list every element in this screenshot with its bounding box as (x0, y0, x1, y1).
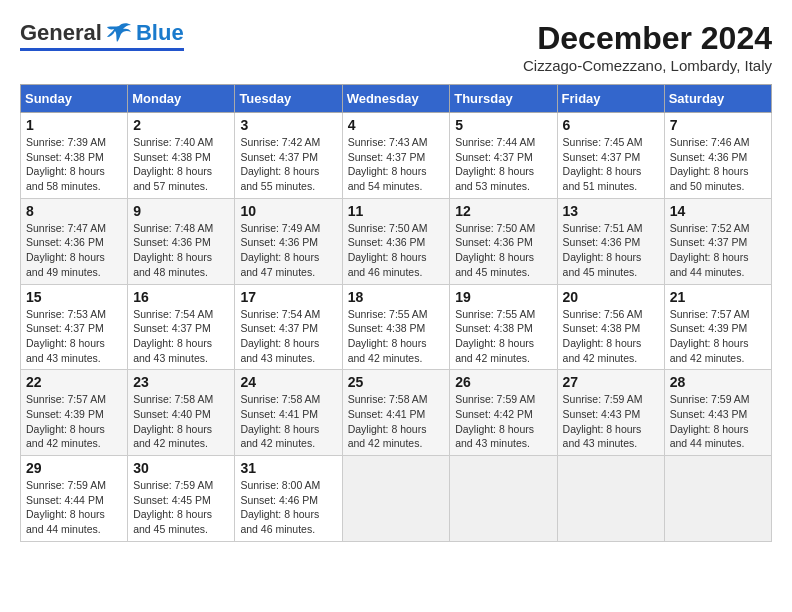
calendar-week-row: 22 Sunrise: 7:57 AMSunset: 4:39 PMDaylig… (21, 370, 772, 456)
calendar-cell: 11 Sunrise: 7:50 AMSunset: 4:36 PMDaylig… (342, 198, 450, 284)
day-detail: Sunrise: 7:57 AMSunset: 4:39 PMDaylight:… (670, 307, 766, 366)
day-number: 11 (348, 203, 445, 219)
day-detail: Sunrise: 7:55 AMSunset: 4:38 PMDaylight:… (455, 307, 551, 366)
calendar-cell: 4 Sunrise: 7:43 AMSunset: 4:37 PMDayligh… (342, 113, 450, 199)
day-detail: Sunrise: 7:58 AMSunset: 4:41 PMDaylight:… (348, 392, 445, 451)
calendar-cell: 25 Sunrise: 7:58 AMSunset: 4:41 PMDaylig… (342, 370, 450, 456)
calendar-cell: 12 Sunrise: 7:50 AMSunset: 4:36 PMDaylig… (450, 198, 557, 284)
header-sunday: Sunday (21, 85, 128, 113)
logo-blue: Blue (136, 20, 184, 46)
day-detail: Sunrise: 7:55 AMSunset: 4:38 PMDaylight:… (348, 307, 445, 366)
day-number: 8 (26, 203, 122, 219)
calendar-cell: 28 Sunrise: 7:59 AMSunset: 4:43 PMDaylig… (664, 370, 771, 456)
calendar-cell: 8 Sunrise: 7:47 AMSunset: 4:36 PMDayligh… (21, 198, 128, 284)
day-number: 25 (348, 374, 445, 390)
header-thursday: Thursday (450, 85, 557, 113)
calendar-header-row: Sunday Monday Tuesday Wednesday Thursday… (21, 85, 772, 113)
day-number: 28 (670, 374, 766, 390)
day-detail: Sunrise: 7:50 AMSunset: 4:36 PMDaylight:… (455, 221, 551, 280)
calendar-cell: 2 Sunrise: 7:40 AMSunset: 4:38 PMDayligh… (128, 113, 235, 199)
logo: General Blue (20, 20, 184, 51)
day-number: 24 (240, 374, 336, 390)
header-wednesday: Wednesday (342, 85, 450, 113)
calendar-cell (342, 456, 450, 542)
day-number: 30 (133, 460, 229, 476)
month-title: December 2024 (523, 20, 772, 57)
page-header: General Blue December 2024 Cizzago-Comez… (20, 20, 772, 74)
calendar-cell: 10 Sunrise: 7:49 AMSunset: 4:36 PMDaylig… (235, 198, 342, 284)
calendar-cell: 20 Sunrise: 7:56 AMSunset: 4:38 PMDaylig… (557, 284, 664, 370)
day-detail: Sunrise: 7:46 AMSunset: 4:36 PMDaylight:… (670, 135, 766, 194)
day-number: 14 (670, 203, 766, 219)
calendar-cell: 5 Sunrise: 7:44 AMSunset: 4:37 PMDayligh… (450, 113, 557, 199)
calendar-cell: 6 Sunrise: 7:45 AMSunset: 4:37 PMDayligh… (557, 113, 664, 199)
day-number: 16 (133, 289, 229, 305)
day-detail: Sunrise: 7:58 AMSunset: 4:41 PMDaylight:… (240, 392, 336, 451)
day-number: 12 (455, 203, 551, 219)
day-detail: Sunrise: 7:53 AMSunset: 4:37 PMDaylight:… (26, 307, 122, 366)
calendar-cell: 29 Sunrise: 7:59 AMSunset: 4:44 PMDaylig… (21, 456, 128, 542)
day-detail: Sunrise: 7:52 AMSunset: 4:37 PMDaylight:… (670, 221, 766, 280)
day-number: 20 (563, 289, 659, 305)
calendar-cell: 22 Sunrise: 7:57 AMSunset: 4:39 PMDaylig… (21, 370, 128, 456)
calendar-cell (664, 456, 771, 542)
calendar-cell: 30 Sunrise: 7:59 AMSunset: 4:45 PMDaylig… (128, 456, 235, 542)
calendar-week-row: 15 Sunrise: 7:53 AMSunset: 4:37 PMDaylig… (21, 284, 772, 370)
calendar-cell: 1 Sunrise: 7:39 AMSunset: 4:38 PMDayligh… (21, 113, 128, 199)
calendar-week-row: 8 Sunrise: 7:47 AMSunset: 4:36 PMDayligh… (21, 198, 772, 284)
day-number: 6 (563, 117, 659, 133)
day-number: 18 (348, 289, 445, 305)
header-friday: Friday (557, 85, 664, 113)
calendar-cell: 14 Sunrise: 7:52 AMSunset: 4:37 PMDaylig… (664, 198, 771, 284)
calendar-cell: 18 Sunrise: 7:55 AMSunset: 4:38 PMDaylig… (342, 284, 450, 370)
calendar-cell (557, 456, 664, 542)
day-number: 13 (563, 203, 659, 219)
day-number: 19 (455, 289, 551, 305)
day-detail: Sunrise: 7:40 AMSunset: 4:38 PMDaylight:… (133, 135, 229, 194)
day-detail: Sunrise: 7:59 AMSunset: 4:45 PMDaylight:… (133, 478, 229, 537)
calendar-table: Sunday Monday Tuesday Wednesday Thursday… (20, 84, 772, 542)
day-detail: Sunrise: 7:59 AMSunset: 4:44 PMDaylight:… (26, 478, 122, 537)
day-number: 10 (240, 203, 336, 219)
day-number: 17 (240, 289, 336, 305)
day-detail: Sunrise: 7:58 AMSunset: 4:40 PMDaylight:… (133, 392, 229, 451)
calendar-cell: 13 Sunrise: 7:51 AMSunset: 4:36 PMDaylig… (557, 198, 664, 284)
logo-bird-icon (105, 22, 133, 44)
day-detail: Sunrise: 7:54 AMSunset: 4:37 PMDaylight:… (133, 307, 229, 366)
day-detail: Sunrise: 8:00 AMSunset: 4:46 PMDaylight:… (240, 478, 336, 537)
day-detail: Sunrise: 7:44 AMSunset: 4:37 PMDaylight:… (455, 135, 551, 194)
day-detail: Sunrise: 7:59 AMSunset: 4:43 PMDaylight:… (670, 392, 766, 451)
day-detail: Sunrise: 7:48 AMSunset: 4:36 PMDaylight:… (133, 221, 229, 280)
calendar-cell: 7 Sunrise: 7:46 AMSunset: 4:36 PMDayligh… (664, 113, 771, 199)
calendar-cell: 27 Sunrise: 7:59 AMSunset: 4:43 PMDaylig… (557, 370, 664, 456)
calendar-cell: 16 Sunrise: 7:54 AMSunset: 4:37 PMDaylig… (128, 284, 235, 370)
calendar-cell: 17 Sunrise: 7:54 AMSunset: 4:37 PMDaylig… (235, 284, 342, 370)
day-detail: Sunrise: 7:59 AMSunset: 4:43 PMDaylight:… (563, 392, 659, 451)
day-number: 5 (455, 117, 551, 133)
calendar-week-row: 29 Sunrise: 7:59 AMSunset: 4:44 PMDaylig… (21, 456, 772, 542)
day-detail: Sunrise: 7:54 AMSunset: 4:37 PMDaylight:… (240, 307, 336, 366)
day-detail: Sunrise: 7:42 AMSunset: 4:37 PMDaylight:… (240, 135, 336, 194)
calendar-cell: 31 Sunrise: 8:00 AMSunset: 4:46 PMDaylig… (235, 456, 342, 542)
day-number: 15 (26, 289, 122, 305)
calendar-cell: 23 Sunrise: 7:58 AMSunset: 4:40 PMDaylig… (128, 370, 235, 456)
header-tuesday: Tuesday (235, 85, 342, 113)
calendar-cell: 3 Sunrise: 7:42 AMSunset: 4:37 PMDayligh… (235, 113, 342, 199)
day-number: 4 (348, 117, 445, 133)
day-number: 23 (133, 374, 229, 390)
day-number: 26 (455, 374, 551, 390)
logo-general: General (20, 20, 102, 46)
calendar-cell: 21 Sunrise: 7:57 AMSunset: 4:39 PMDaylig… (664, 284, 771, 370)
day-detail: Sunrise: 7:43 AMSunset: 4:37 PMDaylight:… (348, 135, 445, 194)
calendar-cell: 9 Sunrise: 7:48 AMSunset: 4:36 PMDayligh… (128, 198, 235, 284)
header-monday: Monday (128, 85, 235, 113)
day-detail: Sunrise: 7:59 AMSunset: 4:42 PMDaylight:… (455, 392, 551, 451)
day-detail: Sunrise: 7:57 AMSunset: 4:39 PMDaylight:… (26, 392, 122, 451)
day-number: 9 (133, 203, 229, 219)
day-number: 21 (670, 289, 766, 305)
day-detail: Sunrise: 7:39 AMSunset: 4:38 PMDaylight:… (26, 135, 122, 194)
calendar-week-row: 1 Sunrise: 7:39 AMSunset: 4:38 PMDayligh… (21, 113, 772, 199)
calendar-cell: 26 Sunrise: 7:59 AMSunset: 4:42 PMDaylig… (450, 370, 557, 456)
calendar-cell: 15 Sunrise: 7:53 AMSunset: 4:37 PMDaylig… (21, 284, 128, 370)
day-detail: Sunrise: 7:51 AMSunset: 4:36 PMDaylight:… (563, 221, 659, 280)
